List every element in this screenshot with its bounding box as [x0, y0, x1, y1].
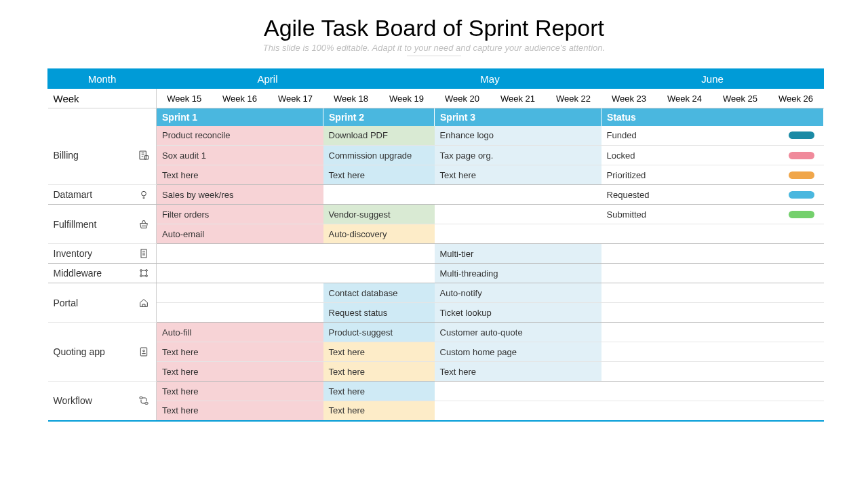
pill-icon: [789, 171, 814, 179]
sprint-1-header: Sprint 1: [157, 108, 323, 126]
status-prioritized: Prioritized: [601, 165, 824, 185]
status-cell: [601, 362, 824, 382]
task-cell: Multi-tier: [435, 244, 601, 264]
task-cell: Contact database: [323, 283, 435, 303]
task-cell: Text here: [157, 382, 323, 401]
fulfillment-label: Fulfillment: [48, 205, 157, 244]
sprint-3-header: Sprint 3: [435, 108, 601, 126]
workflow-row-2: Text here Text here: [48, 401, 824, 421]
month-header-row: Month April May June: [48, 69, 824, 89]
task-cell: Text here: [323, 165, 435, 185]
status-cell: [601, 342, 824, 362]
basket-icon: [138, 219, 149, 230]
task-cell: Tax page org.: [435, 146, 601, 165]
svg-point-7: [146, 275, 148, 277]
task-cell: [157, 283, 323, 303]
pill-icon: [789, 191, 814, 199]
task-cell: Commission upgrade: [323, 146, 435, 165]
fulfillment-row-2: Auto-email Auto-discovery: [48, 224, 824, 244]
svg-rect-11: [145, 403, 148, 405]
week-19: Week 19: [379, 89, 435, 108]
pill-icon: [789, 131, 814, 139]
task-cell: Product-suggest: [323, 323, 435, 342]
status-submitted: Submitted: [601, 205, 824, 224]
svg-point-9: [143, 350, 145, 352]
task-cell: Filter orders: [157, 205, 323, 224]
billing-label: Billing: [48, 126, 157, 185]
task-cell: Sox audit 1: [157, 146, 323, 165]
week-18: Week 18: [323, 89, 379, 108]
page-subtitle: This slide is 100% editable. Adapt it to…: [47, 43, 821, 56]
portal-row-2: Request status Ticket lookup: [48, 303, 824, 323]
workflow-label: Workflow: [48, 382, 157, 421]
task-cell: [157, 303, 323, 323]
task-cell: Auto-fill: [157, 323, 323, 342]
status-requested: Requested: [601, 185, 824, 205]
task-cell: Product reconcile: [157, 126, 323, 146]
status-cell: [601, 264, 824, 283]
task-cell: Download PDF: [323, 126, 435, 146]
status-cell: [601, 303, 824, 323]
week-header-label: Week: [48, 89, 157, 108]
task-cell: Vendor-suggest: [323, 205, 435, 224]
task-cell: [435, 382, 601, 401]
task-cell: Text here: [157, 401, 323, 421]
task-cell: Text here: [157, 165, 323, 185]
week-21: Week 21: [490, 89, 546, 108]
task-cell: Text here: [323, 362, 435, 382]
flow-icon: [138, 395, 149, 406]
billing-row-2: Sox audit 1 Commission upgrade Tax page …: [48, 146, 824, 165]
task-cell: [323, 185, 435, 205]
status-cell: [601, 323, 824, 342]
month-may: May: [379, 69, 601, 89]
task-cell: [435, 185, 601, 205]
svg-rect-3: [141, 249, 146, 258]
middleware-label: Middleware: [48, 264, 157, 283]
month-april: April: [157, 69, 379, 89]
grid-icon: [138, 268, 149, 279]
task-cell: Text here: [157, 362, 323, 382]
sprint-header-row: Sprint 1 Sprint 2 Sprint 3 Status: [48, 108, 824, 126]
week-23: Week 23: [601, 89, 657, 108]
task-cell: Text here: [323, 401, 435, 421]
inventory-label: Inventory: [48, 244, 157, 264]
svg-rect-0: [140, 151, 146, 159]
fulfillment-row-1: Fulfillment Filter orders Vendor-suggest…: [48, 205, 824, 224]
task-cell: Text here: [157, 342, 323, 362]
quoting-row-2: Text here Text here Custom home page: [48, 342, 824, 362]
task-cell: Request status: [323, 303, 435, 323]
status-cell: [601, 401, 824, 421]
sprint-lead-empty: [48, 108, 157, 126]
week-16: Week 16: [212, 89, 268, 108]
status-cell: [601, 283, 824, 303]
month-june: June: [601, 69, 824, 89]
task-cell: Text here: [323, 342, 435, 362]
pill-icon: [789, 211, 814, 218]
month-header-label: Month: [48, 69, 157, 89]
portal-label: Portal: [48, 283, 157, 323]
task-cell: [157, 264, 323, 283]
quoting-label: Quoting app: [48, 323, 157, 382]
task-cell: Custom home page: [435, 342, 601, 362]
task-cell: [435, 205, 601, 224]
task-cell: Sales by week/res: [157, 185, 323, 205]
svg-point-2: [142, 191, 146, 196]
status-locked: Locked: [601, 146, 824, 165]
portal-row-1: Portal Contact database Auto-notify: [48, 283, 824, 303]
task-cell: Auto-notify: [435, 283, 601, 303]
lightbulb-icon: [138, 189, 149, 200]
task-cell: Text here: [435, 362, 601, 382]
page-title: Agile Task Board of Sprint Report: [47, 15, 821, 41]
task-board-table: Month April May June Week Week 15 Week 1…: [47, 68, 824, 422]
status-cell: [601, 224, 824, 244]
middleware-row-1: Middleware Multi-threading: [48, 264, 824, 283]
status-header: Status: [601, 108, 824, 126]
billing-row-3: Text here Text here Text here Prioritize…: [48, 165, 824, 185]
svg-rect-1: [144, 155, 148, 159]
task-cell: Auto-discovery: [323, 224, 435, 244]
task-cell: [435, 401, 601, 421]
building-icon: [138, 248, 149, 259]
task-cell: Text here: [435, 165, 601, 185]
task-cell: [157, 244, 323, 264]
status-funded: Funded: [601, 126, 824, 146]
